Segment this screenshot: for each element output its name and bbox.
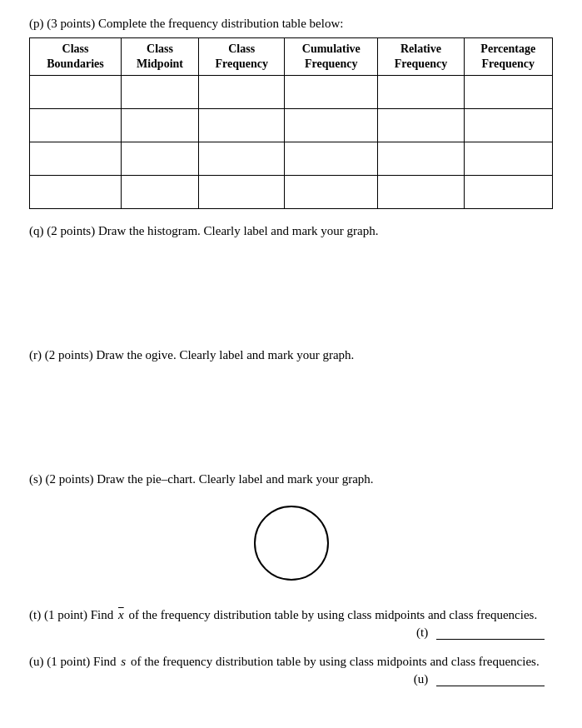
question-s-points: (2 points) [46, 472, 94, 486]
question-q-label: (q) [29, 224, 44, 237]
question-p-label: (p) [29, 17, 44, 30]
col-header-midpoint: ClassMidpoint [121, 38, 198, 76]
col-header-cumulative: CumulativeFrequency [285, 38, 378, 76]
cell[interactable] [30, 176, 122, 209]
question-u-text-after: of the frequency distribution table by u… [131, 655, 540, 668]
question-u: (u) (1 point) Find s of the frequency di… [29, 655, 553, 686]
cell[interactable] [199, 76, 285, 109]
question-r-instruction: Draw the ogive. Clearly label and mark y… [96, 348, 354, 362]
cell[interactable] [464, 176, 552, 209]
pie-circle [254, 506, 329, 581]
question-p: (p) (3 points) Complete the frequency di… [29, 17, 553, 209]
question-p-instruction: Complete the frequency distribution tabl… [98, 17, 344, 30]
col-header-frequency: ClassFrequency [199, 38, 285, 76]
cell[interactable] [378, 76, 464, 109]
pie-chart-draw-space[interactable] [29, 493, 553, 593]
question-p-text: (p) (3 points) Complete the frequency di… [29, 17, 553, 31]
col-header-percentage: PercentageFrequency [464, 38, 552, 76]
cell[interactable] [378, 109, 464, 142]
cell[interactable] [464, 109, 552, 142]
table-row [30, 176, 553, 209]
question-r-label: (r) [29, 348, 42, 362]
question-t-label: (t) [29, 608, 41, 621]
question-r-points: (2 points) [45, 348, 93, 362]
question-r: (r) (2 points) Draw the ogive. Clearly l… [29, 348, 553, 457]
col-header-relative: RelativeFrequency [378, 38, 464, 76]
question-p-points: (3 points) [47, 17, 95, 30]
question-u-text-before: Find [93, 655, 117, 668]
question-r-text: (r) (2 points) Draw the ogive. Clearly l… [29, 348, 553, 362]
question-t-points: (1 point) [44, 608, 87, 621]
question-q-instruction: Draw the histogram. Clearly label and ma… [98, 224, 379, 237]
cell[interactable] [30, 76, 122, 109]
question-s-instruction: Draw the pie–chart. Clearly label and ma… [97, 472, 373, 486]
cell[interactable] [285, 176, 378, 209]
ogive-draw-space[interactable] [29, 366, 553, 457]
cell[interactable] [199, 176, 285, 209]
cell[interactable] [30, 109, 122, 142]
question-u-variable: s [119, 655, 127, 668]
table-row [30, 109, 553, 142]
question-t-variable: x [117, 608, 126, 621]
question-t-answer-line[interactable] [436, 639, 545, 640]
cell[interactable] [285, 109, 378, 142]
cell[interactable] [285, 142, 378, 176]
cell[interactable] [121, 142, 198, 176]
question-s-text: (s) (2 points) Draw the pie–chart. Clear… [29, 472, 553, 486]
table-header-row: ClassBoundaries ClassMidpoint ClassFrequ… [30, 38, 553, 76]
cell[interactable] [199, 142, 285, 176]
question-u-answer-row: (u) [29, 672, 553, 686]
cell[interactable] [378, 176, 464, 209]
cell[interactable] [464, 142, 552, 176]
question-q-text: (q) (2 points) Draw the histogram. Clear… [29, 224, 553, 238]
question-t-answer-row: (t) [29, 626, 553, 640]
question-t: (t) (1 point) Find x of the frequency di… [29, 608, 553, 640]
question-u-answer-label: (u) [414, 672, 429, 686]
question-s-label: (s) [29, 472, 42, 486]
question-t-answer-label: (t) [416, 626, 428, 639]
question-u-label: (u) [29, 655, 44, 668]
question-t-text-after: of the frequency distribution table by u… [128, 608, 537, 621]
cell[interactable] [285, 76, 378, 109]
cell[interactable] [199, 109, 285, 142]
question-q: (q) (2 points) Draw the histogram. Clear… [29, 224, 553, 333]
col-header-boundaries: ClassBoundaries [30, 38, 122, 76]
cell[interactable] [378, 142, 464, 176]
question-t-text: (t) (1 point) Find x of the frequency di… [29, 608, 553, 622]
cell[interactable] [464, 76, 552, 109]
question-q-points: (2 points) [47, 224, 95, 237]
cell[interactable] [121, 176, 198, 209]
table-row [30, 142, 553, 176]
table-row [30, 76, 553, 109]
question-u-text: (u) (1 point) Find s of the frequency di… [29, 655, 553, 669]
question-t-text-before: Find [91, 608, 114, 621]
frequency-table: ClassBoundaries ClassMidpoint ClassFrequ… [29, 37, 553, 209]
cell[interactable] [121, 76, 198, 109]
question-u-points: (1 point) [47, 655, 90, 668]
question-u-answer-line[interactable] [436, 686, 545, 686]
cell[interactable] [121, 109, 198, 142]
question-s: (s) (2 points) Draw the pie–chart. Clear… [29, 472, 553, 593]
histogram-draw-space[interactable] [29, 242, 553, 333]
cell[interactable] [30, 142, 122, 176]
